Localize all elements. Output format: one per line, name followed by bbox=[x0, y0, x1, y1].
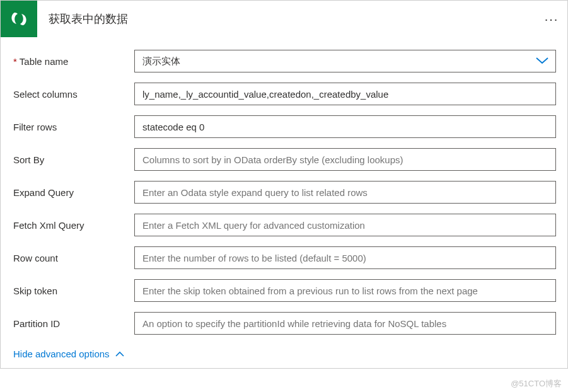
label-row-count: Row count bbox=[12, 253, 134, 263]
row-count-input[interactable] bbox=[134, 246, 556, 269]
field-row-select-columns: Select columns bbox=[12, 83, 556, 105]
field-row-skip-token: Skip token bbox=[12, 279, 556, 302]
filter-rows-input[interactable] bbox=[134, 115, 556, 138]
action-card: 获取表中的数据 ··· *Table name 演示实体 Select colu… bbox=[0, 0, 568, 369]
ellipsis-icon: ··· bbox=[545, 12, 559, 26]
dataverse-swirl-icon bbox=[8, 8, 30, 30]
field-row-sort-by: Sort By bbox=[12, 148, 556, 171]
card-menu-button[interactable]: ··· bbox=[536, 1, 567, 37]
watermark: @51CTO博客 bbox=[511, 378, 562, 389]
chevron-down-icon bbox=[535, 56, 549, 67]
connector-icon-box bbox=[1, 1, 37, 37]
card-body: *Table name 演示实体 Select columns Filter r… bbox=[1, 37, 567, 368]
sort-by-input[interactable] bbox=[134, 148, 556, 171]
label-expand-query: Expand Query bbox=[12, 187, 134, 198]
table-name-value: 演示实体 bbox=[142, 55, 180, 67]
label-sort-by: Sort By bbox=[12, 154, 134, 165]
label-table-name: *Table name bbox=[12, 56, 134, 67]
field-row-expand-query: Expand Query bbox=[12, 181, 556, 204]
chevron-up-icon bbox=[115, 349, 125, 359]
label-filter-rows: Filter rows bbox=[12, 122, 134, 132]
hide-advanced-label: Hide advanced options bbox=[13, 349, 110, 359]
select-columns-input[interactable] bbox=[134, 83, 556, 105]
field-row-row-count: Row count bbox=[12, 246, 556, 269]
partition-id-input[interactable] bbox=[134, 312, 556, 335]
field-row-filter-rows: Filter rows bbox=[12, 115, 556, 138]
skip-token-input[interactable] bbox=[134, 279, 556, 302]
field-row-table-name: *Table name 演示实体 bbox=[12, 50, 556, 72]
hide-advanced-options-toggle[interactable]: Hide advanced options bbox=[12, 349, 125, 359]
field-row-fetch-xml: Fetch Xml Query bbox=[12, 214, 556, 236]
label-fetch-xml: Fetch Xml Query bbox=[12, 220, 134, 231]
fetch-xml-input[interactable] bbox=[134, 214, 556, 236]
expand-query-input[interactable] bbox=[134, 181, 556, 204]
table-name-dropdown[interactable]: 演示实体 bbox=[134, 50, 556, 72]
label-skip-token: Skip token bbox=[12, 285, 134, 296]
card-header: 获取表中的数据 ··· bbox=[1, 1, 567, 37]
label-partition-id: Partition ID bbox=[12, 318, 134, 329]
field-row-partition-id: Partition ID bbox=[12, 312, 556, 335]
required-marker: * bbox=[13, 56, 17, 67]
card-title: 获取表中的数据 bbox=[37, 11, 536, 26]
label-select-columns: Select columns bbox=[12, 89, 134, 100]
